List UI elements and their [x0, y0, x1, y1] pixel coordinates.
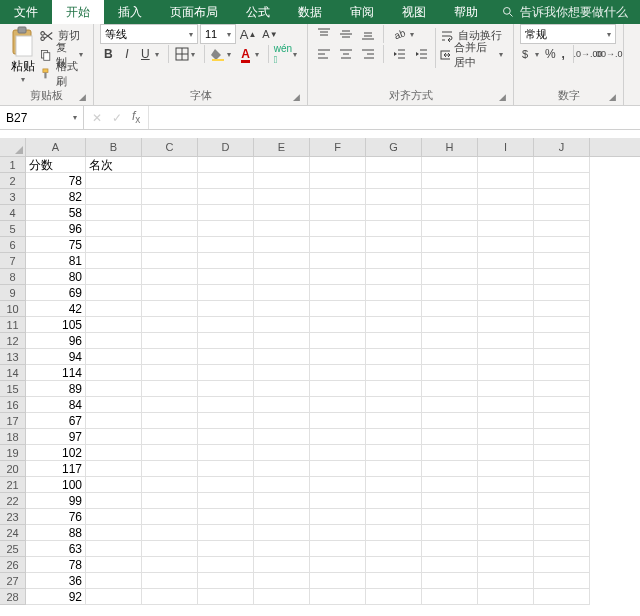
cell[interactable]	[86, 541, 142, 557]
cell[interactable]	[142, 253, 198, 269]
cell[interactable]	[310, 461, 366, 477]
row-header[interactable]: 1	[0, 157, 26, 173]
bold-button[interactable]: B	[100, 44, 117, 64]
cell[interactable]	[422, 237, 478, 253]
cell[interactable]	[478, 381, 534, 397]
cell[interactable]	[534, 445, 590, 461]
cell[interactable]	[422, 413, 478, 429]
cell[interactable]	[254, 317, 310, 333]
cell[interactable]	[254, 205, 310, 221]
cell[interactable]	[310, 493, 366, 509]
cell[interactable]	[366, 173, 422, 189]
tab-file[interactable]: 文件	[0, 0, 52, 24]
merge-center-button[interactable]: 合并后居中▾	[440, 45, 507, 64]
cell[interactable]	[478, 589, 534, 605]
cell[interactable]	[310, 269, 366, 285]
cell[interactable]	[198, 237, 254, 253]
cell[interactable]	[478, 509, 534, 525]
cell[interactable]	[534, 509, 590, 525]
row-header[interactable]: 27	[0, 573, 26, 589]
cell[interactable]	[534, 461, 590, 477]
cell[interactable]	[86, 397, 142, 413]
cell[interactable]	[478, 221, 534, 237]
cell[interactable]	[198, 461, 254, 477]
cell[interactable]	[310, 541, 366, 557]
cell[interactable]	[478, 173, 534, 189]
cell[interactable]	[534, 541, 590, 557]
cell[interactable]	[478, 397, 534, 413]
italic-button[interactable]: I	[119, 44, 136, 64]
cell[interactable]	[254, 429, 310, 445]
cell[interactable]	[254, 413, 310, 429]
cell[interactable]	[142, 205, 198, 221]
cell[interactable]	[422, 205, 478, 221]
cell[interactable]	[254, 189, 310, 205]
row-header[interactable]: 21	[0, 477, 26, 493]
number-format-select[interactable]: 常规▾	[520, 24, 616, 44]
cell[interactable]	[198, 525, 254, 541]
row-header[interactable]: 10	[0, 301, 26, 317]
accept-formula-button[interactable]: ✓	[112, 111, 122, 125]
cell[interactable]	[366, 237, 422, 253]
underline-button[interactable]: U	[137, 44, 154, 64]
row-header[interactable]: 2	[0, 173, 26, 189]
cell[interactable]	[534, 173, 590, 189]
cell[interactable]	[198, 189, 254, 205]
cell[interactable]	[310, 285, 366, 301]
tab-page-layout[interactable]: 页面布局	[156, 0, 232, 24]
cell[interactable]	[310, 157, 366, 173]
col-header-G[interactable]: G	[366, 138, 422, 156]
cell[interactable]	[198, 269, 254, 285]
cell[interactable]: 102	[26, 445, 86, 461]
cell[interactable]	[534, 573, 590, 589]
cell[interactable]	[86, 205, 142, 221]
cell[interactable]	[198, 173, 254, 189]
cell[interactable]	[86, 477, 142, 493]
cell[interactable]	[534, 301, 590, 317]
cell[interactable]: 105	[26, 317, 86, 333]
cell[interactable]	[86, 285, 142, 301]
cell[interactable]	[198, 429, 254, 445]
cell[interactable]	[478, 157, 534, 173]
cell[interactable]	[254, 237, 310, 253]
cell[interactable]	[422, 317, 478, 333]
font-family-select[interactable]: 等线▾	[100, 24, 198, 44]
cell[interactable]	[422, 461, 478, 477]
cell[interactable]	[534, 525, 590, 541]
row-header[interactable]: 13	[0, 349, 26, 365]
cell[interactable]	[254, 477, 310, 493]
cell[interactable]: 88	[26, 525, 86, 541]
cell[interactable]	[86, 269, 142, 285]
cell[interactable]	[478, 477, 534, 493]
align-right-button[interactable]	[358, 44, 378, 64]
cell[interactable]	[86, 317, 142, 333]
cell[interactable]	[142, 477, 198, 493]
row-header[interactable]: 16	[0, 397, 26, 413]
cell[interactable]	[142, 445, 198, 461]
cell[interactable]	[534, 413, 590, 429]
row-header[interactable]: 15	[0, 381, 26, 397]
cell[interactable]: 92	[26, 589, 86, 605]
cell[interactable]	[478, 253, 534, 269]
cell[interactable]	[86, 461, 142, 477]
decrease-decimal-button[interactable]: .00→.0	[599, 45, 617, 63]
col-header-A[interactable]: A	[26, 138, 86, 156]
row-header[interactable]: 12	[0, 333, 26, 349]
cell[interactable]	[310, 445, 366, 461]
tab-home[interactable]: 开始	[52, 0, 104, 24]
cell[interactable]	[310, 253, 366, 269]
name-box[interactable]: B27▾	[0, 106, 84, 130]
cell[interactable]	[366, 445, 422, 461]
cell[interactable]	[422, 221, 478, 237]
col-header-E[interactable]: E	[254, 138, 310, 156]
cell[interactable]	[422, 189, 478, 205]
cell[interactable]	[366, 413, 422, 429]
cell[interactable]	[478, 189, 534, 205]
cell[interactable]	[422, 173, 478, 189]
row-header[interactable]: 24	[0, 525, 26, 541]
cell[interactable]	[310, 477, 366, 493]
font-size-select[interactable]: 11▾	[200, 24, 236, 44]
cell[interactable]	[478, 285, 534, 301]
cell[interactable]: 97	[26, 429, 86, 445]
cell[interactable]	[310, 333, 366, 349]
